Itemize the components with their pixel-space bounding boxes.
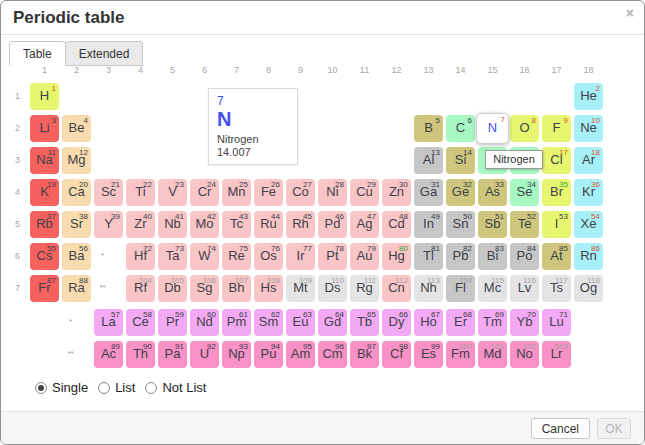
element-no[interactable]: 102No [510, 341, 539, 368]
element-ra[interactable]: 88Ra [62, 275, 91, 302]
element-au[interactable]: 79Au [350, 243, 379, 270]
element-cn[interactable]: 112Cn [382, 275, 411, 302]
element-rb[interactable]: 37Rb [30, 211, 59, 238]
element-rh[interactable]: 45Rh [286, 211, 315, 238]
element-md[interactable]: 101Md [478, 341, 507, 368]
element-al[interactable]: 13Al [414, 147, 443, 174]
element-er[interactable]: 68Er [446, 309, 475, 336]
element-v[interactable]: 23V [158, 179, 187, 206]
element-w[interactable]: 74W [190, 243, 219, 270]
element-yb[interactable]: 70Yb [510, 309, 539, 336]
element-b[interactable]: 5B [414, 115, 443, 142]
radio-icon[interactable] [145, 382, 157, 394]
element-pb[interactable]: 82Pb [446, 243, 475, 270]
element-n[interactable]: 7N [476, 113, 509, 144]
element-xe[interactable]: 54Xe [574, 211, 603, 238]
element-na[interactable]: 11Na [30, 147, 59, 174]
element-at[interactable]: 85At [542, 243, 571, 270]
element-la[interactable]: 57La [94, 309, 123, 336]
element-po[interactable]: 84Po [510, 243, 539, 270]
element-ce[interactable]: 58Ce [126, 309, 155, 336]
element-ta[interactable]: 73Ta [158, 243, 187, 270]
element-br[interactable]: 35Br [542, 179, 571, 206]
element-ni[interactable]: 28Ni [318, 179, 347, 206]
element-in[interactable]: 49In [414, 211, 443, 238]
radio-list[interactable]: List [98, 380, 135, 395]
element-ge[interactable]: 32Ge [446, 179, 475, 206]
element-pr[interactable]: 59Pr [158, 309, 187, 336]
element-fr[interactable]: 87Fr [30, 275, 59, 302]
element-o[interactable]: 8O [510, 115, 539, 142]
element-th[interactable]: 90Th [126, 341, 155, 368]
element-rn[interactable]: 86Rn [574, 243, 603, 270]
element-tb[interactable]: 65Tb [350, 309, 379, 336]
element-bi[interactable]: 83Bi [478, 243, 507, 270]
element-lv[interactable]: 116Lv [510, 275, 539, 302]
element-dy[interactable]: 66Dy [382, 309, 411, 336]
element-cd[interactable]: 48Cd [382, 211, 411, 238]
element-tc[interactable]: 43Tc [222, 211, 251, 238]
element-cf[interactable]: 98Cf [382, 341, 411, 368]
radio-not-list[interactable]: Not List [145, 380, 206, 395]
element-ag[interactable]: 47Ag [350, 211, 379, 238]
element-tl[interactable]: 81Tl [414, 243, 443, 270]
element-lr[interactable]: 103Lr [542, 341, 571, 368]
element-sm[interactable]: 62Sm [254, 309, 283, 336]
element-nb[interactable]: 41Nb [158, 211, 187, 238]
cancel-button[interactable]: Cancel [531, 418, 590, 439]
element-ac[interactable]: 89Ac [94, 341, 123, 368]
element-ti[interactable]: 22Ti [126, 179, 155, 206]
element-og[interactable]: 118Og [574, 275, 603, 302]
element-es[interactable]: 99Es [414, 341, 443, 368]
element-co[interactable]: 27Co [286, 179, 315, 206]
element-fl[interactable]: 114Fl [446, 275, 475, 302]
element-pm[interactable]: 61Pm [222, 309, 251, 336]
element-nd[interactable]: 60Nd [190, 309, 219, 336]
element-lu[interactable]: 71Lu [542, 309, 571, 336]
element-c[interactable]: 6C [446, 115, 475, 142]
element-pu[interactable]: 94Pu [254, 341, 283, 368]
element-ne[interactable]: 10Ne [574, 115, 603, 142]
element-sg[interactable]: 106Sg [190, 275, 219, 302]
element-sc[interactable]: 21Sc [94, 179, 123, 206]
element-eu[interactable]: 63Eu [286, 309, 315, 336]
element-i[interactable]: 53I [542, 211, 571, 238]
element-ds[interactable]: 110Ds [318, 275, 347, 302]
element-ar[interactable]: 18Ar [574, 147, 603, 174]
element-cu[interactable]: 29Cu [350, 179, 379, 206]
element-hf[interactable]: 72Hf [126, 243, 155, 270]
element-zr[interactable]: 40Zr [126, 211, 155, 238]
element-mn[interactable]: 25Mn [222, 179, 251, 206]
element-os[interactable]: 76Os [254, 243, 283, 270]
element-te[interactable]: 52Te [510, 211, 539, 238]
element-sb[interactable]: 51Sb [478, 211, 507, 238]
element-pd[interactable]: 46Pd [318, 211, 347, 238]
element-ba[interactable]: 56Ba [62, 243, 91, 270]
element-y[interactable]: 39Y [94, 211, 123, 238]
element-pt[interactable]: 78Pt [318, 243, 347, 270]
element-si[interactable]: 14Si [446, 147, 475, 174]
element-zn[interactable]: 30Zn [382, 179, 411, 206]
element-pa[interactable]: 91Pa [158, 341, 187, 368]
element-cr[interactable]: 24Cr [190, 179, 219, 206]
element-kr[interactable]: 36Kr [574, 179, 603, 206]
element-rf[interactable]: 104Rf [126, 275, 155, 302]
element-db[interactable]: 105Db [158, 275, 187, 302]
element-bh[interactable]: 107Bh [222, 275, 251, 302]
element-tm[interactable]: 69Tm [478, 309, 507, 336]
element-am[interactable]: 95Am [286, 341, 315, 368]
element-rg[interactable]: 111Rg [350, 275, 379, 302]
element-mo[interactable]: 42Mo [190, 211, 219, 238]
element-cl[interactable]: 17Cl [542, 147, 571, 174]
element-be[interactable]: 4Be [62, 115, 91, 142]
element-sn[interactable]: 50Sn [446, 211, 475, 238]
element-f[interactable]: 9F [542, 115, 571, 142]
element-ir[interactable]: 77Ir [286, 243, 315, 270]
element-mc[interactable]: 115Mc [478, 275, 507, 302]
element-k[interactable]: 19K [30, 179, 59, 206]
element-as[interactable]: 33As [478, 179, 507, 206]
element-u[interactable]: 92U [190, 341, 219, 368]
element-he[interactable]: 2He [574, 83, 603, 110]
radio-icon[interactable] [35, 382, 47, 394]
radio-icon[interactable] [98, 382, 110, 394]
